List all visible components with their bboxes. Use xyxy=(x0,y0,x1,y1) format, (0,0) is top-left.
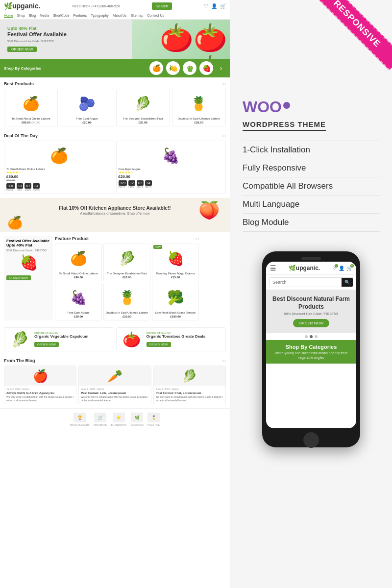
deal-promo-1[interactable]: 🍅 Starting At: $19.00 Organic Tomatoes G… xyxy=(116,327,226,351)
cat-icon-strawberry[interactable]: 🍓 xyxy=(199,61,213,75)
product-card-1[interactable]: 🫐 Free Eget Augue £20.00 xyxy=(60,89,114,126)
phone-account-icon[interactable]: 👤 xyxy=(339,266,344,271)
right-panel: RESPONSIVE WOO WORDPRESS THEME 1-Click I… xyxy=(230,0,392,588)
phone-home-button[interactable] xyxy=(303,432,319,448)
blog-img-0: 🍎 xyxy=(4,366,76,386)
phone-mockup: ☰ 🌿upganic. ♡0 👤 🛒0 🔍 xyxy=(262,251,360,447)
nav-typography[interactable]: Typography xyxy=(91,14,109,18)
nav-sitemap[interactable]: Sitemap xyxy=(131,14,144,18)
hero-text: Upto 40% Flat Festival Offer Available 5… xyxy=(7,26,67,52)
deal-promo-0[interactable]: 🥬 Starting At: $19.00 Organic Vegetable … xyxy=(4,327,114,351)
cat-icon-lemon[interactable]: 🍋 xyxy=(166,61,180,75)
site-header: 🌿upganic. Need Help? (+47) 880-400-520 S… xyxy=(0,0,230,12)
deal-old-0: £90.00 xyxy=(6,179,112,182)
responsive-label: RESPONSIVE xyxy=(314,0,392,70)
header-icons: ♡ 👤 🛒 xyxy=(204,3,226,9)
deal-promo-info-0: Starting At: $19.00 Organic Vegetable Ca… xyxy=(34,331,88,347)
deal-promo-btn-1[interactable]: ORDER NOW xyxy=(147,342,171,347)
feature-grid: 🍊 To Small About Online Labore £90.00 🥬 … xyxy=(55,244,199,320)
phone-menu-icon[interactable]: ☰ xyxy=(270,264,276,272)
promo-text: Flat 10% Off Kitchen Appliance Store Ava… xyxy=(7,205,222,215)
phone-container: ☰ 🌿upganic. ♡0 👤 🛒0 🔍 xyxy=(230,251,392,447)
header-search-btn[interactable]: Search xyxy=(152,2,172,10)
phone-hero: Best Discount Natural Farm Products 50% … xyxy=(266,290,356,333)
deal-promo-img-0: 🥬 xyxy=(7,331,32,348)
deal-product-0[interactable]: 🍊 To Small About Online Labore ★★★★☆ £80… xyxy=(4,141,114,194)
phone-hero-title: Best Discount Natural Farm Products xyxy=(270,295,352,311)
cart-icon: 🛒 xyxy=(220,3,226,9)
phone-order-btn[interactable]: ORDER NOW xyxy=(293,319,330,327)
feature-item-4: Blog Module xyxy=(243,214,380,232)
feature-card-3[interactable]: 🍇 Free Eget Augue £20.00 xyxy=(55,283,102,320)
phone-wishlist-icon[interactable]: ♡0 xyxy=(332,266,337,271)
hero-order-btn[interactable]: ORDER NOW xyxy=(7,47,37,52)
feature-card-0[interactable]: 🍊 To Small About Online Labore £90.00 xyxy=(55,244,102,281)
nav-shop[interactable]: Shop xyxy=(17,14,25,18)
nav-media[interactable]: Media xyxy=(40,14,49,18)
phone-carousel-dots xyxy=(266,335,356,338)
phone-screen: ☰ 🌿upganic. ♡0 👤 🛒0 🔍 xyxy=(266,262,356,428)
product-card-2[interactable]: 🥬 Tny Designer Established Fact £20.00 xyxy=(116,89,170,126)
nav-features[interactable]: Features xyxy=(74,14,87,18)
nav-contact[interactable]: Contact Us xyxy=(147,14,164,18)
dot-2 xyxy=(315,335,318,338)
product-name-2: Tny Designer Established Fact xyxy=(119,117,168,120)
wordpress-theme-label: WORDPRESS THEME xyxy=(243,120,326,131)
blog-card-1[interactable]: 🥕 June 2, 2022 · Admin Post Format: Link… xyxy=(78,366,151,404)
cat-icon-pepper[interactable]: 🫑 xyxy=(183,61,196,75)
deal-stars-1: ★★★★☆ xyxy=(119,171,224,174)
phone-cart-icon[interactable]: 🛒0 xyxy=(346,266,352,271)
promo-title: Flat 10% Off Kitchen Appliance Store Ava… xyxy=(7,205,222,211)
feature-card-5[interactable]: 🥦 Low Nook Black Grass Tempor £100.00 xyxy=(152,283,199,320)
deal-product-1[interactable]: 🍇 Free Eget Augue ★★★★☆ £20.00 329DAYS 1… xyxy=(116,141,226,194)
wishlist-icon: ♡ xyxy=(204,3,208,9)
phone-search-input[interactable] xyxy=(270,278,342,287)
categories-arrow[interactable]: › xyxy=(216,61,226,75)
nav-blog[interactable]: Blog xyxy=(29,14,36,18)
feature-sidebar-title: Festival Offer Available Upto 40% Flat xyxy=(6,239,50,247)
phone-header: ☰ 🌿upganic. ♡0 👤 🛒0 xyxy=(266,262,356,275)
blog-grid: 🍎 June 2, 2022 · Admin Always REFS to A … xyxy=(4,366,226,404)
woo-section: WOO WORDPRESS THEME 1-Click Installation… xyxy=(230,83,392,242)
blog-card-2[interactable]: 🥬 June 2, 2022 · Admin Post Format: Chat… xyxy=(153,366,226,404)
category-icons: 🍊 🍋 🫑 🍓 › xyxy=(149,61,226,75)
nav-shortcode[interactable]: ShortCode xyxy=(53,14,69,18)
nav-bar: Home Shop Blog Media ShortCode Features … xyxy=(0,12,230,20)
hero-banner: Upto 40% Flat Festival Offer Available 5… xyxy=(0,20,230,59)
features-list: 1-Click Installation Fully Responsive Co… xyxy=(243,141,380,232)
phone-search-button[interactable]: 🔍 xyxy=(342,278,353,287)
phone-search-bar[interactable]: 🔍 xyxy=(269,277,353,287)
product-img-0: 🍊 xyxy=(6,91,55,116)
blog-card-0[interactable]: 🍎 June 2, 2022 · Admin Always REFS to A … xyxy=(4,366,76,404)
product-name-1: Free Eget Augue xyxy=(62,117,111,120)
deal-promo-btn-0[interactable]: ORDER NOW xyxy=(34,342,59,347)
product-price-2: £20.00 xyxy=(119,121,168,124)
new-badge: NEW xyxy=(153,245,162,249)
categories-bar: Shop By Categories 🍊 🍋 🫑 🍓 › xyxy=(0,59,230,77)
product-card-3[interactable]: 🍍 Dapibus In Scaf Ullamco Labore £20.00 xyxy=(172,89,226,126)
deal-promo-img-1: 🍅 xyxy=(120,331,144,348)
phone-categories: Shop By Categories We're young and succe… xyxy=(266,340,356,364)
product-img-3: 🍍 xyxy=(174,91,223,116)
promo-banner: 🍊 Flat 10% Off Kitchen Appliance Store A… xyxy=(0,198,230,232)
deal-price-0: £80.00 xyxy=(6,174,112,179)
woo-text: WOO xyxy=(243,98,282,116)
deals-row: 🥬 Starting At: $19.00 Organic Vegetable … xyxy=(0,324,230,354)
nav-home[interactable]: Home xyxy=(4,14,13,18)
deal-img-0: 🍊 xyxy=(6,143,112,168)
product-card-0[interactable]: 🍊 To Small About Online Labore £80.00 £9… xyxy=(4,89,58,126)
cat-icon-orange[interactable]: 🍊 xyxy=(149,61,163,75)
blog-img-2: 🥬 xyxy=(154,366,225,386)
feature-card-1[interactable]: 🥬 Tny Designer Established Fact £20.00 xyxy=(103,244,150,281)
deal-of-day-section: Deal Of The Day ‹› 🍊 To Small About Onli… xyxy=(0,130,230,197)
feature-section: Festival Offer Available Upto 40% Flat 5… xyxy=(0,233,230,323)
feature-item-0: 1-Click Installation xyxy=(243,141,380,159)
feature-card-4[interactable]: 🍍 Dapibus In Scaf Ullamco Labore £20.00 xyxy=(103,283,150,320)
categories-title: Shop By Categories xyxy=(4,66,41,71)
feature-card-2[interactable]: NEW 🍓 Running Fluten Mago Dotona £15.00 xyxy=(152,244,199,281)
nav-about[interactable]: About Us xyxy=(113,14,127,18)
deal-promo-info-1: Starting At: $19.00 Organic Tomatoes Gre… xyxy=(147,331,206,347)
feature-order-btn[interactable]: ORDER NOW xyxy=(6,275,31,280)
woo-dot xyxy=(283,102,290,109)
product-img-1: 🫐 xyxy=(62,91,111,116)
